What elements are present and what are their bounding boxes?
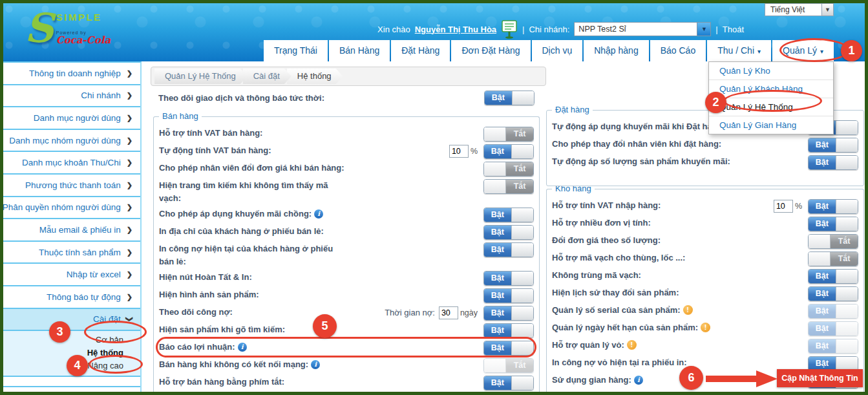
group-title: Bán hàng xyxy=(159,111,202,121)
sidebar-item[interactable]: Phương thức thanh toán❯ xyxy=(0,175,140,197)
sidebar-item-cai-dat[interactable]: Cài đặt ❯ xyxy=(0,309,140,332)
toggle[interactable]: BậtTắt xyxy=(483,288,534,303)
sidebar-subitem[interactable]: Nâng cao xyxy=(87,359,123,372)
setting-label: In công nợ vỏ hiện tại ra phiếu in: xyxy=(552,356,808,369)
nav-tab[interactable]: Dịch vụ xyxy=(532,40,583,61)
annotation-badge-1: 1 xyxy=(841,40,862,61)
setting-label: Cho phép áp dụng khuyến mãi chồng:i xyxy=(159,208,483,220)
sidebar-item[interactable]: Thuộc tính sản phẩm❯ xyxy=(0,242,140,264)
sidebar-item[interactable]: Phân quyền nhóm người dùng❯ xyxy=(0,197,140,220)
value-input[interactable] xyxy=(449,145,469,158)
toggle[interactable]: BậtTắt xyxy=(483,306,534,321)
caret-down-icon: ▾ xyxy=(757,48,761,55)
info-icon[interactable]: i xyxy=(311,360,320,369)
nav-tab[interactable]: Báo Cáo xyxy=(650,40,706,61)
menu-item[interactable]: Quản Lý Gian Hàng xyxy=(709,116,833,134)
value-input[interactable] xyxy=(774,200,793,213)
sidebar-item[interactable]: Thông báo tự động❯ xyxy=(0,286,140,309)
toggle[interactable]: BậtTắt xyxy=(483,271,534,286)
toggle[interactable]: BậtTắt xyxy=(808,234,858,249)
sidebar-item-label: Danh mục khoản Thu/Chi xyxy=(22,158,121,167)
setting-row: Hiện nút Hoàn Tất & In: BậtTắt xyxy=(159,269,534,286)
toggle[interactable]: BậtTắt xyxy=(808,286,858,301)
signboard-icon[interactable] xyxy=(501,19,518,39)
toggle[interactable]: BậtTắt xyxy=(483,208,534,222)
toggle[interactable]: BậtTắt xyxy=(483,341,534,356)
breadcrumb-item[interactable]: Cài đặt xyxy=(243,69,291,84)
toggle[interactable]: BậtTắt xyxy=(808,155,858,170)
setting-row: Hỗ trợ mã vạch cho thùng, lốc ...: BậtTắ… xyxy=(552,250,858,267)
setting-row: Tự động áp số lượng sản phẩm khuyến mãi:… xyxy=(552,153,858,171)
nav-tab[interactable]: Đặt Hàng xyxy=(391,40,450,61)
chevron-down-icon[interactable]: ▼ xyxy=(697,23,710,36)
toggle[interactable]: BậtTắt xyxy=(808,321,858,336)
sidebar-item[interactable]: Danh mục khoản Thu/Chi❯ xyxy=(0,152,140,175)
toggle[interactable]: BậtTắt xyxy=(483,179,534,194)
sidebar-item[interactable]: Nhập từ excel❯ xyxy=(0,264,140,286)
unit-label: % xyxy=(795,199,802,213)
sidebar-subitem[interactable]: Cơ bản xyxy=(96,334,123,346)
toggle[interactable]: BậtTắt xyxy=(483,225,534,240)
toggle[interactable]: BậtTắt xyxy=(808,269,858,284)
sidebar-item[interactable]: Mẫu email & phiếu in❯ xyxy=(0,219,140,242)
setting-row: Quản lý ngày hết hạn của sản phẩm:! BậtT… xyxy=(552,319,858,337)
sidebar-item[interactable]: Thông tin doanh nghiệp❯ xyxy=(0,63,140,85)
chevron-right-icon: ❯ xyxy=(127,248,132,257)
toggle[interactable]: BậtTắt xyxy=(808,251,858,266)
toggle[interactable]: BậtTắt xyxy=(483,127,534,142)
sidebar-item-label: Nhập từ excel xyxy=(67,270,121,279)
toggle[interactable]: BậtTắt xyxy=(808,199,858,214)
nav-tab[interactable]: Bán Hàng xyxy=(329,40,390,61)
menu-item[interactable]: Quản Lý Khách Hàng xyxy=(709,80,833,98)
breadcrumb-item[interactable]: Quản Lý Hệ Thống xyxy=(154,69,248,84)
toggle[interactable]: BậtTắt xyxy=(484,91,535,105)
warning-icon[interactable]: ! xyxy=(683,305,693,315)
update-info-button[interactable]: Cập Nhật Thông Tin xyxy=(777,369,863,387)
toggle[interactable]: BậtTắt xyxy=(483,162,534,176)
menu-item[interactable]: Quản Lý Hệ Thống xyxy=(709,98,833,116)
setting-row: Tự động tính VAT bán hàng: % BậtTắt xyxy=(159,142,534,160)
setting-row: Báo cáo lợi nhuận:i BậtTắt xyxy=(159,339,534,356)
setting-row: Cho phép nhân viên đổi đơn giá khi bán h… xyxy=(159,160,534,177)
toggle[interactable]: BậtTắt xyxy=(483,242,534,257)
setting-label: Hiện nút Hoàn Tất & In: xyxy=(159,271,483,284)
toggle[interactable]: BậtTắt xyxy=(483,376,534,390)
setting-label: Hỗ trợ mã vạch cho thùng, lốc ...: xyxy=(552,251,808,264)
menu-item[interactable]: Quản Lý Kho xyxy=(709,62,833,80)
chevron-right-icon: ❯ xyxy=(127,203,132,211)
nav-tab[interactable]: Trạng Thái xyxy=(264,40,328,61)
toggle[interactable]: BậtTắt xyxy=(808,217,858,231)
warning-icon[interactable]: ! xyxy=(701,323,710,332)
chevron-down-icon[interactable]: ▼ xyxy=(821,3,834,16)
nav-tab[interactable]: Quản Lý▾ xyxy=(772,40,834,61)
language-select[interactable]: Tiếng Việt ▼ xyxy=(765,3,834,16)
user-name-link[interactable]: Nguyễn Thị Thu Hòa xyxy=(415,25,496,34)
setting-label: Hiện lịch sử thay đổi sản phẩm: xyxy=(552,286,808,299)
toggle[interactable]: BậtTắt xyxy=(808,304,858,319)
toggle[interactable]: BậtTắt xyxy=(483,323,534,338)
info-icon[interactable]: i xyxy=(314,209,323,219)
sidebar-item[interactable]: Danh mục người dùng❯ xyxy=(0,107,140,130)
toggle[interactable]: BậtTắt xyxy=(808,138,858,153)
toggle[interactable]: BậtTắt xyxy=(483,144,534,159)
nav-tab[interactable]: Thu / Chi▾ xyxy=(707,40,771,61)
setting-row: In địa chỉ của khách hàng ở phiếu bán lẻ… xyxy=(159,223,534,240)
info-icon[interactable]: i xyxy=(238,343,247,352)
warning-icon[interactable]: ! xyxy=(627,340,637,350)
branch-select[interactable]: NPP Test2 Sỉ ▼ xyxy=(574,22,711,36)
toggle[interactable]: BậtTắt xyxy=(483,358,534,373)
nav-tab[interactable]: Đơn Đặt Hàng xyxy=(451,40,530,61)
sidebar-item[interactable]: Danh mục nhóm người dùng❯ xyxy=(0,130,140,153)
group-ban-hang: Bán hàng Hỗ trợ tính VAT bán hàng: BậtTắ… xyxy=(153,116,540,395)
sidebar-item[interactable]: Chi nhánh❯ xyxy=(0,85,140,108)
logout-link[interactable]: Thoát xyxy=(723,25,744,34)
setting-row: Cho phép thay đổi nhân viên khi đặt hàng… xyxy=(552,136,858,153)
annotation-badge-4: 4 xyxy=(67,355,88,376)
sidebar-subitem[interactable]: Hệ thống xyxy=(87,347,123,359)
toggle[interactable]: BậtTắt xyxy=(808,339,858,354)
language-value: Tiếng Việt xyxy=(765,3,821,16)
value-input[interactable] xyxy=(439,306,458,319)
breadcrumb-item[interactable]: Hệ thống xyxy=(287,69,343,84)
info-icon[interactable]: i xyxy=(634,376,643,385)
nav-tab[interactable]: Nhập hàng xyxy=(584,40,649,61)
